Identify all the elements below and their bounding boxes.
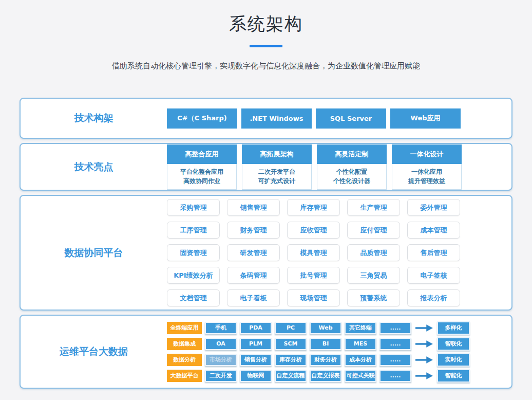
highlight-card-line: 二次开发平台: [242, 167, 311, 176]
row-item[interactable]: PDA: [240, 322, 272, 334]
row-item[interactable]: PLM: [240, 338, 272, 350]
row-item-more[interactable]: .....: [379, 338, 411, 350]
row-item[interactable]: 二次开发: [205, 370, 237, 382]
row-item-disabled[interactable]: 市场分析: [205, 354, 237, 366]
row-item[interactable]: 销售分析: [240, 354, 272, 366]
title-underline: [250, 45, 282, 47]
row-item[interactable]: 自定义流程: [275, 370, 307, 382]
row-item-more[interactable]: .....: [379, 354, 411, 366]
section-title-platform: 数据协同平台: [21, 246, 167, 260]
module-button[interactable]: 固资管理: [167, 244, 220, 261]
row-result: 多样化: [437, 321, 470, 335]
module-button[interactable]: 库存管理: [287, 199, 340, 216]
highlight-card-body: 个性化配置 个性化设计器: [317, 164, 387, 190]
module-button[interactable]: KPI绩效分析: [167, 267, 220, 284]
row-item[interactable]: 其它终端: [345, 322, 376, 334]
row-result: 实时化: [437, 353, 470, 367]
bigdata-rows: 全终端应用 手机 PDA PC Web 其它终端 ..... 多样化 数据集成 …: [167, 321, 470, 383]
section-platform: 数据协同平台 采购管理 销售管理 库存管理 生产管理 委外管理 工序管理 财务管…: [20, 195, 512, 311]
highlight-card-header: 高整合应用: [167, 144, 237, 164]
highlight-card-header: 高灵活定制: [317, 144, 387, 164]
module-button[interactable]: 研发管理: [227, 244, 280, 261]
row-item[interactable]: 库存分析: [275, 354, 307, 366]
section-title-tech-stack: 技术构架: [21, 112, 167, 125]
row-item[interactable]: 手机: [205, 322, 237, 334]
module-button[interactable]: 模具管理: [287, 244, 340, 261]
module-button[interactable]: 采购管理: [167, 199, 220, 216]
highlight-card-header: 一体化设计: [392, 144, 462, 164]
row-item[interactable]: PC: [275, 322, 307, 334]
highlight-card-line: 平台化整合应用: [167, 167, 236, 176]
highlight-card-line: 高效协同作业: [167, 176, 236, 186]
row-item[interactable]: SCM: [275, 338, 307, 350]
row-item-more[interactable]: .....: [379, 322, 411, 334]
row-item[interactable]: 物联网: [240, 370, 272, 382]
highlight-card: 高拓展架构 二次开发平台 可扩充式设计: [242, 144, 312, 190]
module-button[interactable]: 应收管理: [287, 222, 340, 239]
highlight-card-line: 可扩充式设计: [242, 176, 311, 186]
module-button[interactable]: 三角贸易: [347, 267, 400, 284]
arrow-right-icon: [415, 356, 433, 364]
row-label: 数据分析: [167, 354, 202, 366]
tech-button-web[interactable]: Web应用: [390, 108, 461, 129]
module-button[interactable]: 财务管理: [227, 222, 280, 239]
module-button[interactable]: 应付管理: [347, 222, 400, 239]
bigdata-row-terminals: 全终端应用 手机 PDA PC Web 其它终端 ..... 多样化: [167, 321, 470, 335]
section-tech-stack: 技术构架 C#（C Sharp) .NET Windows SQL Server…: [20, 98, 512, 139]
section-title-bigdata: 运维平台大数据: [21, 345, 167, 358]
module-button[interactable]: 品质管理: [347, 244, 400, 261]
row-result: 智联化: [437, 337, 470, 351]
row-item[interactable]: OA: [205, 338, 237, 350]
row-item[interactable]: 财务分析: [310, 354, 341, 366]
row-item[interactable]: 自定义报表: [310, 370, 341, 382]
bigdata-row-integration: 数据集成 OA PLM SCM BI MES ..... 智联化: [167, 337, 470, 351]
module-button[interactable]: 售后管理: [407, 244, 460, 261]
highlight-card-line: 个性化配置: [317, 167, 386, 176]
module-button[interactable]: 批号管理: [287, 267, 340, 284]
arrow-right-icon: [415, 340, 433, 348]
tech-button-sqlserver[interactable]: SQL Server: [316, 108, 386, 129]
module-button[interactable]: 委外管理: [407, 199, 460, 216]
section-highlights: 技术亮点 高整合应用 平台化整合应用 高效协同作业 高拓展架构 二次开发平台 可…: [20, 143, 512, 191]
arrow-right-icon: [415, 372, 433, 380]
module-button[interactable]: 电子签核: [407, 267, 460, 284]
bigdata-row-analysis: 数据分析 市场分析 销售分析 库存分析 财务分析 成本分析 ..... 实时化: [167, 353, 470, 367]
module-button[interactable]: 文档管理: [167, 289, 220, 306]
row-label: 全终端应用: [167, 322, 202, 334]
row-item[interactable]: Web: [310, 322, 341, 334]
highlight-card-body: 平台化整合应用 高效协同作业: [167, 164, 237, 190]
system-architecture-page: 系统架构 借助系统自动化核心管理引擎，实现数字化与信息化深度融合，为企业数值化管…: [0, 0, 532, 400]
row-label: 数据集成: [167, 338, 202, 350]
tech-button-dotnet[interactable]: .NET Windows: [241, 108, 312, 129]
module-grid: 采购管理 销售管理 库存管理 生产管理 委外管理 工序管理 财务管理 应收管理 …: [167, 199, 460, 306]
arrow-right-icon: [415, 324, 433, 332]
section-title-highlights: 技术亮点: [21, 160, 167, 174]
module-button[interactable]: 预警系统: [347, 289, 400, 306]
row-item[interactable]: 成本分析: [345, 354, 376, 366]
module-button[interactable]: 电子看板: [227, 289, 280, 306]
page-header: 系统架构 借助系统自动化核心管理引擎，实现数字化与信息化深度融合，为企业数值化管…: [0, 0, 532, 71]
module-button[interactable]: 生产管理: [347, 199, 400, 216]
row-label: 大数据平台: [167, 370, 202, 382]
highlight-card: 一体化设计 一体化应用 提升管理效益: [392, 144, 462, 190]
page-title: 系统架构: [0, 12, 532, 36]
highlight-card-header: 高拓展架构: [242, 144, 312, 164]
row-item[interactable]: 可控式关联: [345, 370, 376, 382]
row-item[interactable]: MES: [345, 338, 376, 350]
section-bigdata: 运维平台大数据 全终端应用 手机 PDA PC Web 其它终端 ..... 多…: [20, 315, 512, 389]
module-button[interactable]: 成本管理: [407, 222, 460, 239]
row-item[interactable]: BI: [310, 338, 341, 350]
tech-button-csharp[interactable]: C#（C Sharp): [167, 108, 237, 129]
module-button[interactable]: 条码管理: [227, 267, 280, 284]
highlight-card-line: 个性化设计器: [317, 176, 386, 186]
module-button[interactable]: 工序管理: [167, 222, 220, 239]
row-item-more[interactable]: .....: [379, 370, 411, 382]
page-subtitle: 借助系统自动化核心管理引擎，实现数字化与信息化深度融合，为企业数值化管理应用赋能: [0, 61, 532, 71]
module-button[interactable]: 销售管理: [227, 199, 280, 216]
highlight-cards: 高整合应用 平台化整合应用 高效协同作业 高拓展架构 二次开发平台 可扩充式设计…: [167, 144, 462, 190]
highlight-card-body: 一体化应用 提升管理效益: [392, 164, 462, 190]
module-button[interactable]: 报表分析: [407, 289, 460, 306]
module-button[interactable]: 现场管理: [287, 289, 340, 306]
tech-stack-buttons: C#（C Sharp) .NET Windows SQL Server Web应…: [167, 108, 461, 129]
sections-container: 技术构架 C#（C Sharp) .NET Windows SQL Server…: [20, 98, 512, 389]
